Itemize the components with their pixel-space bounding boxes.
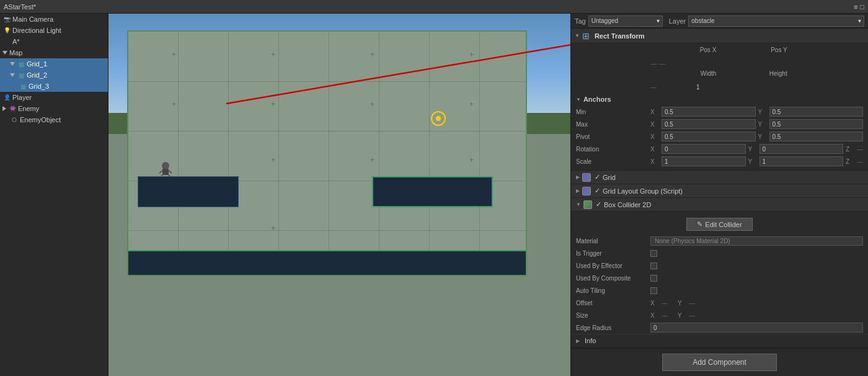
max-y-input[interactable] bbox=[769, 119, 864, 129]
grid-component-title: Grid bbox=[603, 174, 616, 181]
auto-tiling-checkbox[interactable] bbox=[650, 287, 657, 294]
plus-mark: + bbox=[271, 100, 275, 109]
grid-layout-checkbox: ✓ bbox=[595, 187, 600, 195]
sidebar-item-label: A* bbox=[12, 38, 20, 45]
sidebar-item-grid3[interactable]: ▦ Grid_3 bbox=[0, 81, 108, 92]
size-header-row: Width Height bbox=[571, 69, 868, 81]
used-by-effector-row: Used By Effector bbox=[571, 259, 868, 272]
grid-expand: ▶ bbox=[576, 174, 580, 180]
pivot-y-input[interactable] bbox=[769, 132, 864, 141]
plus-mark: + bbox=[370, 156, 374, 164]
sidebar-item-enemy[interactable]: 👾 Enemy bbox=[0, 103, 108, 114]
edit-collider-button[interactable]: ✎ Edit Collider bbox=[686, 218, 752, 231]
material-value[interactable]: None (Physics Material 2D) bbox=[650, 236, 863, 246]
rotation-y-input[interactable] bbox=[760, 144, 844, 154]
window-title: AStarTest* bbox=[4, 3, 36, 11]
box-collider-section: ✎ Edit Collider Material None (Physics M… bbox=[571, 212, 868, 348]
scale-row: Scale X Y Z — bbox=[571, 155, 868, 168]
plus-mark: + bbox=[469, 156, 474, 164]
add-component-button[interactable]: Add Component bbox=[662, 354, 777, 371]
rotation-row: Rotation X Y Z — bbox=[571, 143, 868, 155]
sidebar-item-directional-light[interactable]: 💡 Directional Light bbox=[0, 25, 108, 36]
tag-label: Tag bbox=[575, 17, 586, 25]
anchors-expand[interactable]: ▼ bbox=[576, 97, 581, 102]
box-collider-checkbox: ✓ bbox=[596, 200, 601, 208]
edge-radius-input[interactable] bbox=[650, 323, 863, 333]
rect-transform-section: Pos X Pos Y — — Width Height bbox=[571, 43, 868, 171]
anchors-min-row: Min X Y bbox=[571, 105, 868, 118]
edge-radius-label: Edge Radius bbox=[576, 325, 650, 331]
offset-x: — bbox=[662, 300, 668, 307]
add-component-row: Add Component bbox=[571, 348, 868, 376]
sidebar-item-label: Map bbox=[9, 49, 22, 56]
max-x-input[interactable] bbox=[662, 119, 756, 129]
layer-value[interactable]: obstacle ▾ bbox=[688, 16, 864, 27]
scale-x-input[interactable] bbox=[662, 156, 746, 166]
grid-component-icon bbox=[582, 173, 591, 182]
grid-icon: ▦ bbox=[19, 82, 27, 91]
expand-arrow: ▼ bbox=[575, 33, 580, 38]
edit-collider-icon: ✎ bbox=[697, 220, 702, 228]
sidebar-item-map[interactable]: Map bbox=[0, 47, 108, 58]
grid-icon: ▦ bbox=[17, 71, 25, 79]
info-section[interactable]: ▶ Info bbox=[571, 334, 868, 347]
svg-line-4 bbox=[159, 171, 162, 173]
pos-header-row: Pos X Pos Y bbox=[571, 46, 868, 57]
hierarchy-panel: 📷 Main Camera 💡 Directional Light A* Map… bbox=[0, 14, 108, 376]
platform-left bbox=[138, 176, 239, 207]
min-x-input[interactable] bbox=[662, 107, 756, 117]
sidebar-item-label: EnemyObject bbox=[20, 116, 61, 123]
sidebar-item-label: Grid_2 bbox=[27, 71, 47, 79]
tag-value: Untagged bbox=[591, 17, 618, 24]
scale-z-value: — bbox=[857, 158, 863, 165]
sidebar-item-grid1[interactable]: ▦ Grid_1 bbox=[0, 58, 108, 69]
used-by-effector-label: Used By Effector bbox=[576, 262, 650, 269]
sidebar-item-grid2[interactable]: ▦ Grid_2 bbox=[0, 69, 108, 81]
box-collider-header[interactable]: ▼ ✓ Box Collider 2D bbox=[571, 198, 868, 212]
pivot-x-input[interactable] bbox=[662, 132, 756, 141]
scale-y-input[interactable] bbox=[760, 156, 844, 166]
pos-y-header: Pos Y bbox=[721, 47, 792, 56]
pivot-row: Pivot X Y bbox=[571, 130, 868, 143]
tag-dropdown[interactable]: Untagged ▾ bbox=[588, 16, 663, 27]
grid-layout-header[interactable]: ▶ ✓ Grid Layout Group (Script) bbox=[571, 184, 868, 198]
sidebar-item-main-camera[interactable]: 📷 Main Camera bbox=[0, 14, 108, 25]
layer-dropdown-arrow: ▾ bbox=[858, 17, 861, 24]
sidebar-item-player[interactable]: 👤 Player bbox=[0, 92, 108, 103]
used-by-composite-checkbox[interactable] bbox=[650, 275, 657, 282]
min-y-input[interactable] bbox=[769, 107, 864, 117]
rect-transform-header[interactable]: ▼ ⊞ Rect Transform bbox=[571, 29, 868, 43]
grid-layout-icon bbox=[582, 187, 591, 195]
rect-transform-icon: ⊞ bbox=[582, 31, 590, 41]
pos-y-value: — bbox=[659, 60, 665, 67]
size-row: Size X — Y — bbox=[571, 309, 868, 321]
grid-component-header[interactable]: ▶ ✓ Grid bbox=[571, 171, 868, 184]
pos-values-row: — — bbox=[571, 57, 868, 69]
window-icon[interactable]: □ bbox=[860, 3, 864, 11]
inspector-scroll[interactable]: ▼ ⊞ Rect Transform Pos X Pos Y — — bbox=[571, 29, 868, 348]
size-values-row: — 1 bbox=[571, 81, 868, 93]
height-header: Height bbox=[721, 70, 792, 80]
enemy-icon: 👾 bbox=[8, 104, 17, 113]
is-trigger-checkbox[interactable] bbox=[650, 250, 657, 257]
platform-right bbox=[372, 176, 493, 207]
rotation-x-input[interactable] bbox=[662, 144, 746, 154]
sidebar-item-astar[interactable]: A* bbox=[0, 36, 108, 47]
menu-icon[interactable]: ≡ bbox=[854, 3, 857, 11]
plus-mark: + bbox=[469, 50, 474, 59]
tag-layer-row: Tag Untagged ▾ Layer obstacle ▾ bbox=[571, 14, 868, 29]
sidebar-item-enemy-object[interactable]: ⬡ EnemyObject bbox=[0, 114, 108, 125]
box-collider-expand: ▼ bbox=[576, 202, 581, 207]
scene-view[interactable]: + + + + + + + + + + + + bbox=[108, 14, 570, 376]
sidebar-item-label: Grid_3 bbox=[29, 83, 49, 90]
offset-y: — bbox=[689, 300, 695, 307]
platform-bottom bbox=[128, 250, 527, 275]
scene-grid-area[interactable]: + + + + + + + + + + + + bbox=[127, 30, 527, 276]
camera-icon: 📷 bbox=[2, 15, 11, 24]
used-by-effector-checkbox[interactable] bbox=[650, 262, 657, 269]
edit-collider-label: Edit Collider bbox=[705, 221, 742, 228]
selection-marker bbox=[431, 111, 446, 126]
offset-row: Offset X — Y — bbox=[571, 297, 868, 309]
plus-mark: + bbox=[271, 224, 275, 233]
rotation-z-value: — bbox=[857, 146, 863, 153]
